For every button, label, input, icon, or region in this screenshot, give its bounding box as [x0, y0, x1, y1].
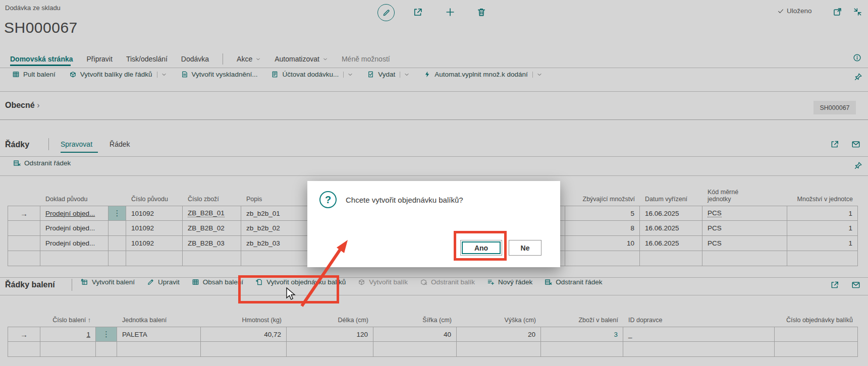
confirm-dialog: ? Chcete vytvořit objednávku balíků? Ano…: [307, 181, 560, 267]
annotation-box-toolbar-button: [238, 275, 339, 303]
warehouse-shipment-page: Dodávka ze skladu SH000067 Uloženo Domov…: [0, 0, 868, 366]
dialog-message: Chcete vytvořit objednávku balíků?: [346, 196, 463, 204]
annotation-box-yes-button: [454, 231, 507, 261]
question-circle-icon: ?: [319, 191, 337, 208]
no-button[interactable]: Ne: [509, 240, 541, 256]
